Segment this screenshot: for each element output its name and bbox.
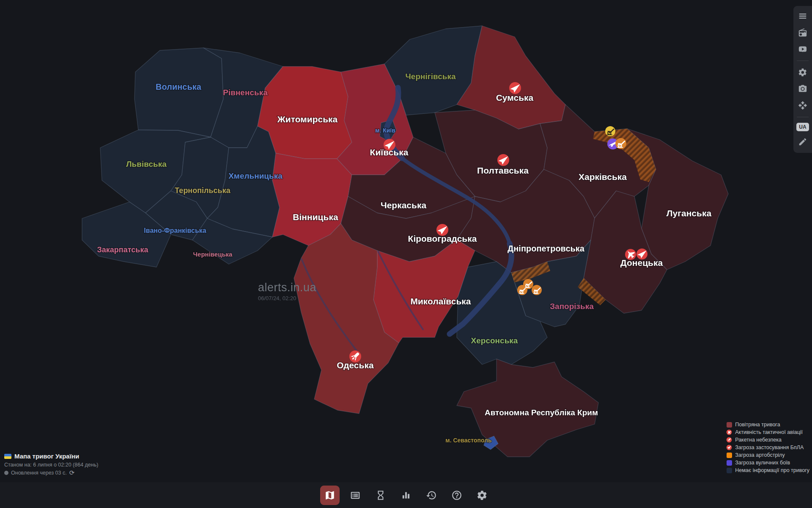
language-badge[interactable]: UA [796,123,809,131]
marker-artillery [605,126,615,136]
legend-row: Загроза артобстрілу [726,452,809,458]
marker-artillery [532,285,542,295]
legend-label: Активність тактичної авіації [735,429,803,435]
region-label-ternopil: Тернопільська [175,186,230,195]
legend-color-swatch [726,467,732,473]
hourglass-icon[interactable] [371,486,390,505]
legend-row: Немає інформації про тривогу [726,467,809,473]
status-update-in: Оновлення через 03 с. [11,470,67,476]
region-label-cherkasy: Черкаська [381,200,427,210]
alerts-map-app: ВолинськаРівненськаЛьвівськаТернопільськ… [0,0,812,508]
legend-jet-icon [726,429,732,435]
legend: Повітряна тривогаАктивність тактичної ав… [726,422,809,473]
right-sidebar: UA [793,6,812,153]
region-label-volyn: Волинська [156,82,202,91]
legend-row: Загроза вуличних боїв [726,460,809,466]
region-label-poltava: Полтавська [477,166,529,175]
legend-color-swatch [726,422,732,428]
legend-color-swatch [726,460,732,466]
marker-uav [436,224,448,236]
edit-icon[interactable] [796,136,809,148]
menu-icon[interactable] [796,10,809,22]
marker-uav [636,248,647,260]
legend-uav-icon [726,444,732,450]
map-title: Мапа тривог України [14,453,79,460]
legend-label: Загроза артобстрілу [735,452,785,458]
legend-color-swatch [726,452,732,458]
region-label-zhytomyr: Житомирська [277,114,338,124]
region-label-kharkiv: Харківська [579,172,627,182]
ukraine-alert-map[interactable]: ВолинськаРівненськаЛьвівськаТернопільськ… [0,0,812,508]
youtube-icon[interactable] [796,43,809,55]
ukraine-flag-icon [4,454,11,459]
region-label-vinnytsia: Вінницька [293,212,338,222]
legend-label: Повітряна тривога [735,422,780,428]
region-label-crimea: Автономна Республіка Крим [485,408,598,417]
camera-icon[interactable] [796,83,809,95]
settings-icon[interactable] [796,66,809,78]
legend-label: Немає інформації про тривогу [735,467,809,473]
sidebar-divider [797,117,809,117]
legend-row: Загроза застосування БпЛА [726,444,809,450]
marker-artillery [615,138,626,149]
region-label-kherson: Херсонська [471,336,518,345]
map-icon[interactable] [320,486,340,505]
help-icon[interactable] [447,486,466,505]
list-icon[interactable] [346,486,365,505]
status-as-of: Станом на: 6 липня о 02:20 (864 день) [4,462,98,468]
legend-label: Загроза вуличних боїв [735,460,790,466]
status-panel: Мапа тривог України Станом на: 6 липня о… [4,453,98,476]
marker-uav [509,82,521,94]
region-label-kyiv-city: м. Київ [375,127,395,134]
marker-missile [349,351,361,362]
region-label-sevastopol: м. Севастополь [445,437,492,444]
region-label-ivano-frankivsk: Івано-Франківська [144,227,206,234]
region-label-zaporizhzhia: Запорізька [550,302,594,311]
region-label-mykolaiv: Миколаївська [410,296,471,306]
bottom-toolbar [0,482,812,508]
marker-artillery [523,279,533,289]
sidebar-divider [797,61,809,61]
region-label-chernivtsi: Чернівецька [193,251,233,258]
legend-row: Активність тактичної авіації [726,429,809,435]
history-icon[interactable] [422,486,441,505]
region-volyn[interactable] [134,48,223,137]
region-label-rivne: Рівненська [223,88,268,97]
legend-missile-icon [726,437,732,443]
refresh-icon[interactable]: ⟳ [69,471,75,475]
stats-icon[interactable] [396,486,416,505]
legend-row: Ракетна небезпека [726,437,809,443]
region-label-luhansk: Луганська [667,208,712,218]
region-label-khmelnytskyi: Хмельницька [228,171,283,180]
legend-label: Загроза застосування БпЛА [735,444,804,450]
status-dot-icon [4,471,8,475]
region-label-dnipropetrovsk: Дніпропетровська [508,244,585,253]
fullscreen-icon[interactable] [796,99,809,111]
region-label-zakarpattia: Закарпатська [97,246,149,254]
region-label-sumy: Сумська [496,93,534,102]
legend-label: Ракетна небезпека [735,437,782,443]
radio-icon[interactable] [796,27,809,39]
region-label-chernihiv: Чернігівська [405,72,455,81]
settings-icon[interactable] [472,486,492,505]
marker-uav [497,154,509,166]
marker-uav [384,139,395,151]
legend-row: Повітряна тривога [726,422,809,428]
region-label-lviv: Львівська [126,160,167,168]
